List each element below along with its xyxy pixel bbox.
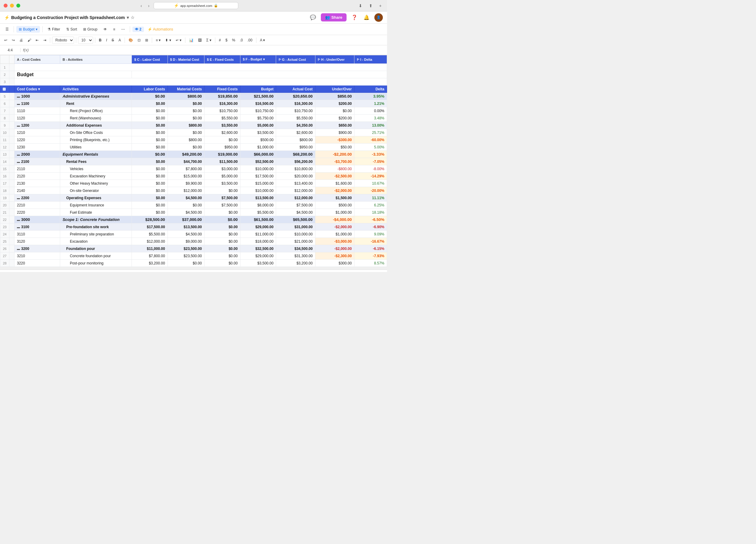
budget-cell[interactable]: $18,000.00 — [240, 238, 276, 245]
share-button[interactable]: 👥 Share — [321, 13, 347, 21]
fixed-cell[interactable]: $7,500.00 — [204, 194, 240, 202]
col-header-A[interactable]: A - Cost Codes — [15, 55, 60, 64]
budget-cell[interactable]: $8,000.00 — [240, 202, 276, 209]
material-cell[interactable]: $800.00 — [168, 122, 204, 129]
dec-decrease-button[interactable]: .0 — [238, 37, 245, 43]
labor-cell[interactable]: $3,200.00 — [132, 260, 168, 267]
fixed-cell[interactable]: $0.00 — [204, 245, 240, 253]
delta-cell[interactable]: -8.00% — [354, 165, 387, 173]
labor-cell[interactable]: $12,000.00 — [132, 238, 168, 245]
budget-cell[interactable]: $13,500.00 — [240, 194, 276, 202]
activity-cell[interactable]: On-site Generator — [60, 187, 132, 194]
table-row[interactable]: 11 1220 Printing (Blueprints, etc.) $0.0… — [0, 136, 387, 144]
labor-cell[interactable]: $0.00 — [132, 136, 168, 144]
labor-cell[interactable]: $0.00 — [132, 122, 168, 129]
cost-code-cell[interactable]: ▬2200 — [15, 194, 60, 202]
fixed-cell[interactable]: $7,500.00 — [204, 202, 240, 209]
budget-cell[interactable]: $10,750.00 — [240, 107, 276, 115]
table-row[interactable]: 22 ▬3000 Scope 1: Concrete Foundation $2… — [0, 216, 387, 223]
actual-cell[interactable]: $56,200.00 — [276, 158, 315, 165]
table-row[interactable]: 2 Budget — [0, 71, 387, 78]
delta-cell[interactable]: -6.15% — [354, 245, 387, 253]
labor-cell[interactable]: $5,500.00 — [132, 231, 168, 238]
labor-cell[interactable]: $0.00 — [132, 180, 168, 187]
delta-cell[interactable]: -7.05% — [354, 158, 387, 165]
cost-code-cell[interactable]: 1230 — [15, 144, 60, 151]
labor-cell[interactable]: $0.00 — [132, 165, 168, 173]
material-cell[interactable]: $0.00 — [168, 115, 204, 122]
col-header-G[interactable]: fⁿ G - Actual Cost — [276, 55, 315, 64]
labor-cell[interactable]: $0.00 — [132, 144, 168, 151]
delta-cell[interactable]: -16.67% — [354, 238, 387, 245]
star-icon[interactable]: ☆ — [131, 15, 135, 20]
dropdown-icon[interactable]: ▾ — [127, 15, 129, 20]
budget-cell[interactable]: $16,500.00 — [240, 100, 276, 107]
actual-cell[interactable]: $10,800.00 — [276, 165, 315, 173]
activity-cell[interactable]: Operating Expenses — [60, 194, 132, 202]
fixed-cell[interactable]: $0.00 — [204, 231, 240, 238]
fixed-cell[interactable]: $950.00 — [204, 144, 240, 151]
actual-cell[interactable]: $20,000.00 — [276, 173, 315, 180]
budget-cell[interactable]: $61,500.00 — [240, 216, 276, 223]
actual-cell[interactable]: $5,550.00 — [276, 115, 315, 122]
delta-cell[interactable]: -20.00% — [354, 187, 387, 194]
hide-button[interactable]: 👁 — [101, 26, 109, 33]
material-cell[interactable]: $44,700.00 — [168, 158, 204, 165]
labor-cell[interactable]: $28,500.00 — [132, 216, 168, 223]
table-row[interactable]: 18 2140 On-site Generator $0.00 $12,000.… — [0, 187, 387, 194]
underover-cell[interactable]: $500.00 — [315, 202, 354, 209]
col-header-C[interactable]: $ C - Labor Cost — [132, 55, 168, 64]
col-header-I[interactable]: fⁿ I - Delta — [354, 55, 387, 64]
indent-left-button[interactable]: ⇤ — [34, 37, 41, 43]
budget-cell[interactable]: $17,500.00 — [240, 173, 276, 180]
actual-cell[interactable]: $13,400.00 — [276, 180, 315, 187]
delta-cell[interactable]: 5.00% — [354, 144, 387, 151]
table-row[interactable]: 27 3210 Concrete foundation pour $7,800.… — [0, 253, 387, 260]
fixed-cell[interactable]: $2,600.00 — [204, 129, 240, 136]
labor-cell[interactable]: $0.00 — [132, 93, 168, 100]
delta-cell[interactable]: -7.93% — [354, 253, 387, 260]
address-bar[interactable]: ⚡ app.spreadsheet.com 🔒 — [154, 2, 238, 9]
merge-button[interactable]: ⊞ — [143, 37, 150, 43]
col-header-H[interactable]: fⁿ H - Under/Over — [315, 55, 354, 64]
budget-cell[interactable]: $500.00 — [240, 136, 276, 144]
table-row[interactable]: 12 1230 Utilities $0.00 $0.00 $950.00 $1… — [0, 144, 387, 151]
labor-cell[interactable]: $0.00 — [132, 158, 168, 165]
download-icon[interactable]: ⬇ — [357, 3, 364, 9]
labor-cell[interactable]: $0.00 — [132, 202, 168, 209]
budget-cell[interactable]: $32,500.00 — [240, 245, 276, 253]
actual-cell[interactable]: $31,300.00 — [276, 253, 315, 260]
sort-button[interactable]: ⇅ Sort — [64, 26, 80, 33]
image-button[interactable]: 🖼 — [196, 37, 204, 43]
delta-cell[interactable]: 3.48% — [354, 115, 387, 122]
table-row[interactable]: 23 ▬3100 Pre-foundation site work $17,50… — [0, 223, 387, 231]
material-cell[interactable]: $12,000.00 — [168, 187, 204, 194]
cost-code-cell[interactable]: 3220 — [15, 260, 60, 267]
table-row[interactable]: 9 ▬1200 Additional Expenses $0.00 $800.0… — [0, 122, 387, 129]
material-cell[interactable]: $4,500.00 — [168, 231, 204, 238]
fixed-cell[interactable]: $0.00 — [204, 187, 240, 194]
grid-view-button[interactable]: ⊞ Budget ▾ — [16, 26, 40, 33]
budget-cell[interactable]: $66,000.00 — [240, 151, 276, 158]
cost-code-cell[interactable]: ▬3100 — [15, 223, 60, 231]
fixed-cell[interactable]: $3,550.00 — [204, 122, 240, 129]
cost-code-cell[interactable]: 1210 — [15, 129, 60, 136]
activity-cell[interactable]: Foundation pour — [60, 245, 132, 253]
material-cell[interactable]: $4,500.00 — [168, 209, 204, 216]
cost-code-cell[interactable]: 2120 — [15, 173, 60, 180]
activity-cell[interactable]: On-Site Office Costs — [60, 129, 132, 136]
cell-reference[interactable]: 4:4 — [2, 48, 21, 52]
cost-code-cell[interactable]: ▬1000 — [15, 93, 60, 100]
minimize-button[interactable] — [10, 4, 14, 8]
underover-cell[interactable]: $200.00 — [315, 100, 354, 107]
underover-cell[interactable]: $0.00 — [315, 107, 354, 115]
align-button[interactable]: ≡ ▾ — [154, 37, 162, 43]
strikethrough-button[interactable]: S — [110, 37, 116, 43]
underover-cell[interactable]: -$2,000.00 — [315, 187, 354, 194]
delta-cell[interactable]: 3.95% — [354, 93, 387, 100]
fixed-cell[interactable]: $19,000.00 — [204, 151, 240, 158]
budget-cell[interactable]: $21,500.00 — [240, 93, 276, 100]
fixed-cell[interactable]: $16,300.00 — [204, 100, 240, 107]
font-select[interactable]: Roboto — [52, 37, 74, 44]
delta-cell[interactable]: 9.09% — [354, 231, 387, 238]
